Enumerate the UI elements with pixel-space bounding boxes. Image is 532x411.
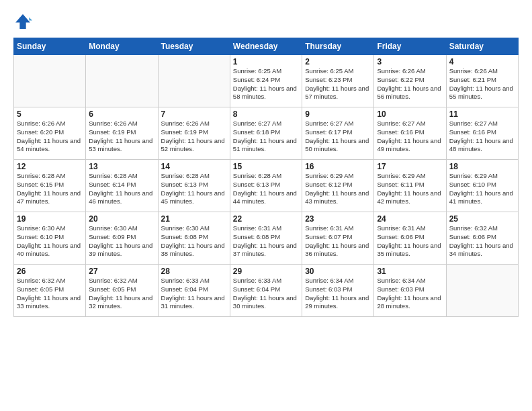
day-number: 12 [17, 162, 83, 171]
calendar-cell [86, 55, 158, 107]
day-number: 17 [377, 162, 443, 171]
day-number: 6 [89, 109, 154, 119]
day-number: 11 [449, 109, 515, 119]
day-number: 1 [233, 57, 299, 66]
day-number: 16 [305, 162, 371, 171]
calendar-cell: 9Sunrise: 6:27 AM Sunset: 6:17 PM Daylig… [302, 107, 374, 160]
weekday-header-saturday: Saturday [446, 38, 518, 55]
day-info: Sunrise: 6:27 AM Sunset: 6:18 PM Dayligh… [233, 120, 299, 154]
calendar-cell: 24Sunrise: 6:31 AM Sunset: 6:06 PM Dayli… [374, 212, 446, 265]
weekday-header-row: SundayMondayTuesdayWednesdayThursdayFrid… [14, 38, 519, 55]
calendar-cell: 8Sunrise: 6:27 AM Sunset: 6:18 PM Daylig… [230, 107, 302, 160]
calendar-cell [446, 265, 518, 317]
day-info: Sunrise: 6:32 AM Sunset: 6:05 PM Dayligh… [17, 277, 83, 311]
day-number: 25 [449, 214, 515, 224]
day-number: 4 [449, 57, 515, 66]
day-info: Sunrise: 6:31 AM Sunset: 6:06 PM Dayligh… [377, 224, 443, 259]
calendar-cell: 29Sunrise: 6:33 AM Sunset: 6:04 PM Dayli… [230, 265, 302, 317]
calendar-cell: 27Sunrise: 6:32 AM Sunset: 6:05 PM Dayli… [86, 265, 158, 317]
calendar-cell: 15Sunrise: 6:28 AM Sunset: 6:13 PM Dayli… [230, 160, 302, 212]
calendar-cell [14, 55, 86, 107]
day-number: 22 [233, 214, 299, 224]
day-info: Sunrise: 6:31 AM Sunset: 6:07 PM Dayligh… [305, 224, 371, 259]
calendar-cell: 23Sunrise: 6:31 AM Sunset: 6:07 PM Dayli… [302, 212, 374, 265]
day-info: Sunrise: 6:29 AM Sunset: 6:12 PM Dayligh… [305, 172, 371, 206]
calendar-cell: 31Sunrise: 6:34 AM Sunset: 6:03 PM Dayli… [374, 265, 446, 317]
week-row-2: 5Sunrise: 6:26 AM Sunset: 6:20 PM Daylig… [14, 107, 519, 160]
calendar-cell: 25Sunrise: 6:32 AM Sunset: 6:06 PM Dayli… [446, 212, 518, 265]
day-info: Sunrise: 6:32 AM Sunset: 6:06 PM Dayligh… [449, 224, 515, 259]
day-info: Sunrise: 6:26 AM Sunset: 6:19 PM Dayligh… [161, 120, 227, 154]
day-info: Sunrise: 6:27 AM Sunset: 6:16 PM Dayligh… [449, 120, 515, 154]
day-number: 18 [449, 162, 515, 171]
day-number: 26 [17, 267, 83, 276]
day-number: 5 [17, 109, 83, 119]
calendar-cell: 10Sunrise: 6:27 AM Sunset: 6:16 PM Dayli… [374, 107, 446, 160]
calendar-cell: 16Sunrise: 6:29 AM Sunset: 6:12 PM Dayli… [302, 160, 374, 212]
day-number: 30 [305, 267, 371, 276]
logo-icon [13, 12, 32, 31]
calendar-cell: 12Sunrise: 6:28 AM Sunset: 6:15 PM Dayli… [14, 160, 86, 212]
calendar-cell: 17Sunrise: 6:29 AM Sunset: 6:11 PM Dayli… [374, 160, 446, 212]
calendar-cell: 13Sunrise: 6:28 AM Sunset: 6:14 PM Dayli… [86, 160, 158, 212]
day-info: Sunrise: 6:28 AM Sunset: 6:14 PM Dayligh… [89, 172, 154, 206]
calendar-cell: 14Sunrise: 6:28 AM Sunset: 6:13 PM Dayli… [158, 160, 230, 212]
day-info: Sunrise: 6:27 AM Sunset: 6:17 PM Dayligh… [305, 120, 371, 154]
calendar-cell: 11Sunrise: 6:27 AM Sunset: 6:16 PM Dayli… [446, 107, 518, 160]
calendar-cell: 22Sunrise: 6:31 AM Sunset: 6:08 PM Dayli… [230, 212, 302, 265]
day-number: 13 [89, 162, 154, 171]
day-number: 20 [89, 214, 154, 224]
day-info: Sunrise: 6:34 AM Sunset: 6:03 PM Dayligh… [377, 277, 443, 311]
day-number: 29 [233, 267, 299, 276]
day-info: Sunrise: 6:26 AM Sunset: 6:20 PM Dayligh… [17, 120, 83, 154]
calendar-cell [158, 55, 230, 107]
day-info: Sunrise: 6:30 AM Sunset: 6:09 PM Dayligh… [89, 224, 154, 259]
calendar-cell: 6Sunrise: 6:26 AM Sunset: 6:19 PM Daylig… [86, 107, 158, 160]
header [13, 12, 519, 31]
day-number: 24 [377, 214, 443, 224]
day-number: 9 [305, 109, 371, 119]
calendar-cell: 4Sunrise: 6:26 AM Sunset: 6:21 PM Daylig… [446, 55, 518, 107]
day-number: 2 [305, 57, 371, 66]
calendar-cell: 2Sunrise: 6:25 AM Sunset: 6:23 PM Daylig… [302, 55, 374, 107]
day-info: Sunrise: 6:33 AM Sunset: 6:04 PM Dayligh… [233, 277, 299, 311]
week-row-4: 19Sunrise: 6:30 AM Sunset: 6:10 PM Dayli… [14, 212, 519, 265]
day-number: 27 [89, 267, 154, 276]
calendar-cell: 7Sunrise: 6:26 AM Sunset: 6:19 PM Daylig… [158, 107, 230, 160]
logo [13, 12, 35, 31]
calendar-cell: 30Sunrise: 6:34 AM Sunset: 6:03 PM Dayli… [302, 265, 374, 317]
calendar-cell: 21Sunrise: 6:30 AM Sunset: 6:08 PM Dayli… [158, 212, 230, 265]
day-number: 14 [161, 162, 227, 171]
day-info: Sunrise: 6:25 AM Sunset: 6:24 PM Dayligh… [233, 67, 299, 101]
weekday-header-wednesday: Wednesday [230, 38, 302, 55]
day-info: Sunrise: 6:33 AM Sunset: 6:04 PM Dayligh… [161, 277, 227, 311]
day-info: Sunrise: 6:25 AM Sunset: 6:23 PM Dayligh… [305, 67, 371, 101]
calendar-cell: 28Sunrise: 6:33 AM Sunset: 6:04 PM Dayli… [158, 265, 230, 317]
calendar-cell: 26Sunrise: 6:32 AM Sunset: 6:05 PM Dayli… [14, 265, 86, 317]
weekday-header-thursday: Thursday [302, 38, 374, 55]
day-number: 21 [161, 214, 227, 224]
day-number: 28 [161, 267, 227, 276]
calendar-cell: 19Sunrise: 6:30 AM Sunset: 6:10 PM Dayli… [14, 212, 86, 265]
calendar-cell: 1Sunrise: 6:25 AM Sunset: 6:24 PM Daylig… [230, 55, 302, 107]
calendar-cell: 20Sunrise: 6:30 AM Sunset: 6:09 PM Dayli… [86, 212, 158, 265]
day-info: Sunrise: 6:28 AM Sunset: 6:15 PM Dayligh… [17, 172, 83, 206]
calendar: SundayMondayTuesdayWednesdayThursdayFrid… [13, 38, 519, 317]
day-number: 23 [305, 214, 371, 224]
day-info: Sunrise: 6:31 AM Sunset: 6:08 PM Dayligh… [233, 224, 299, 259]
day-info: Sunrise: 6:26 AM Sunset: 6:19 PM Dayligh… [89, 120, 154, 154]
weekday-header-monday: Monday [86, 38, 158, 55]
calendar-cell: 18Sunrise: 6:29 AM Sunset: 6:10 PM Dayli… [446, 160, 518, 212]
day-info: Sunrise: 6:27 AM Sunset: 6:16 PM Dayligh… [377, 120, 443, 154]
calendar-cell: 3Sunrise: 6:26 AM Sunset: 6:22 PM Daylig… [374, 55, 446, 107]
weekday-header-sunday: Sunday [14, 38, 86, 55]
weekday-header-tuesday: Tuesday [158, 38, 230, 55]
week-row-5: 26Sunrise: 6:32 AM Sunset: 6:05 PM Dayli… [14, 265, 519, 317]
day-info: Sunrise: 6:30 AM Sunset: 6:08 PM Dayligh… [161, 224, 227, 259]
day-number: 19 [17, 214, 83, 224]
day-info: Sunrise: 6:32 AM Sunset: 6:05 PM Dayligh… [89, 277, 154, 311]
day-info: Sunrise: 6:26 AM Sunset: 6:22 PM Dayligh… [377, 67, 443, 101]
day-number: 3 [377, 57, 443, 66]
day-number: 31 [377, 267, 443, 276]
svg-marker-1 [27, 15, 32, 21]
